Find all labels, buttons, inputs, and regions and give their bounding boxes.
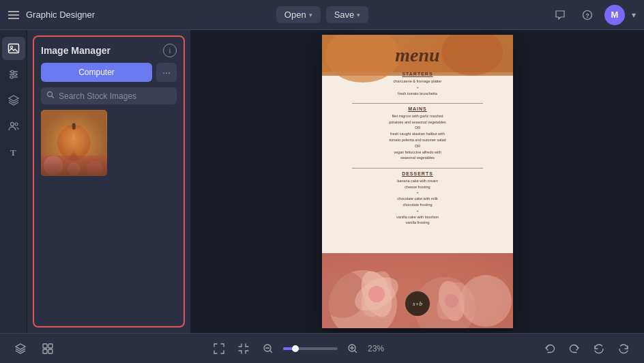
svg-point-11 xyxy=(15,123,18,126)
mains-label: MAINS xyxy=(336,106,499,111)
svg-point-10 xyxy=(10,123,14,126)
rotate-left-icon[interactable] xyxy=(589,339,609,358)
panel-header: Image Manager i xyxy=(41,44,177,57)
search-input[interactable] xyxy=(59,91,171,101)
grid-icon[interactable] xyxy=(38,339,57,358)
svg-rect-40 xyxy=(43,349,47,353)
sidebar-item-people[interactable] xyxy=(2,115,25,138)
topbar-right: ? M ▾ xyxy=(550,5,636,25)
panel-title: Image Manager xyxy=(41,45,111,56)
fit-screen-icon[interactable] xyxy=(209,339,229,358)
zoom-percent: 23% xyxy=(368,344,388,353)
layers-icon[interactable] xyxy=(11,339,30,358)
svg-rect-19 xyxy=(72,123,76,130)
bottom-center: 23% xyxy=(209,339,388,358)
canvas-wrapper: menu STARTERS charcuterie & fromage plat… xyxy=(322,35,513,328)
search-bar[interactable] xyxy=(41,87,177,104)
canvas-area: menu STARTERS charcuterie & fromage plat… xyxy=(191,30,644,333)
svg-point-17 xyxy=(57,126,74,159)
chevron-down-icon: ▾ xyxy=(357,12,360,18)
search-icon xyxy=(46,91,55,101)
svg-point-7 xyxy=(11,70,14,73)
chevron-down-icon: ▾ xyxy=(632,10,636,20)
menu-card: menu STARTERS charcuterie & fromage plat… xyxy=(322,35,513,328)
desserts-label: DESSERTS xyxy=(336,171,499,176)
chevron-down-icon: ▾ xyxy=(309,12,312,18)
save-button[interactable]: Save ▾ xyxy=(326,6,369,23)
zoom-out-icon[interactable] xyxy=(259,339,278,358)
sidebar-item-layers[interactable] xyxy=(2,89,25,112)
zoom-slider-thumb[interactable] xyxy=(292,345,299,352)
menu-logo: s+b xyxy=(405,291,430,316)
desserts-text: banana cake with cream cheese frosting +… xyxy=(336,178,499,226)
zoom-in-icon[interactable] xyxy=(343,339,362,358)
help-button[interactable]: ? xyxy=(577,5,598,25)
info-label: i xyxy=(169,46,171,55)
zoom-slider[interactable] xyxy=(283,347,338,350)
image-manager-panel: Image Manager i Computer ··· xyxy=(27,30,191,333)
more-dots: ··· xyxy=(162,67,171,78)
desserts-section: DESSERTS banana cake with cream cheese f… xyxy=(336,171,499,226)
svg-rect-41 xyxy=(48,349,53,353)
svg-point-3 xyxy=(10,46,12,48)
main-area: T Image Manager i Computer ··· xyxy=(0,30,644,333)
svg-line-44 xyxy=(270,350,272,352)
icon-sidebar: T xyxy=(0,30,27,333)
bottom-left xyxy=(11,339,57,358)
svg-text:?: ? xyxy=(585,12,589,19)
starters-text: charcuterie & fromage platter+fresh toma… xyxy=(336,78,499,96)
svg-point-20 xyxy=(44,156,63,176)
starters-section: STARTERS charcuterie & fromage platter+f… xyxy=(336,72,499,96)
svg-rect-38 xyxy=(43,344,47,348)
topbar: Graphic Designer Open ▾ Save ▾ ? M ▾ xyxy=(0,0,644,30)
image-thumbnail[interactable] xyxy=(41,110,107,176)
sidebar-item-text[interactable]: T xyxy=(2,141,25,164)
open-button[interactable]: Open ▾ xyxy=(276,6,321,23)
more-options-button[interactable]: ··· xyxy=(156,63,177,82)
svg-point-21 xyxy=(86,161,102,176)
svg-point-9 xyxy=(10,76,13,78)
undo-icon[interactable] xyxy=(540,339,559,358)
bottom-right xyxy=(540,339,633,358)
svg-text:T: T xyxy=(10,147,16,158)
app-title: Graphic Designer xyxy=(26,10,95,20)
shrink-icon[interactable] xyxy=(234,339,253,358)
bottombar: 23% xyxy=(0,333,644,363)
svg-point-8 xyxy=(14,73,16,76)
menu-content: menu STARTERS charcuterie & fromage plat… xyxy=(322,35,513,328)
redo-icon[interactable] xyxy=(565,339,584,358)
divider-1 xyxy=(352,103,483,104)
computer-button[interactable]: Computer xyxy=(41,63,152,82)
panel-inner: Image Manager i Computer ··· xyxy=(33,35,185,328)
topbar-center: Open ▾ Save ▾ xyxy=(276,6,368,23)
sidebar-item-sliders[interactable] xyxy=(2,63,25,86)
svg-line-14 xyxy=(52,96,54,98)
svg-rect-39 xyxy=(48,344,53,348)
rotate-right-icon[interactable] xyxy=(614,339,633,358)
starters-label: STARTERS xyxy=(336,72,499,76)
mains-section: MAINS filet mignon with garlic mashed po… xyxy=(336,106,499,161)
info-icon[interactable]: i xyxy=(163,44,177,57)
menu-title: menu xyxy=(395,44,439,66)
mains-text: filet mignon with garlic mashed potatoes… xyxy=(336,113,499,161)
image-grid xyxy=(41,110,177,319)
svg-point-22 xyxy=(68,162,80,175)
menu-icon[interactable] xyxy=(8,11,19,19)
chat-button[interactable] xyxy=(550,5,570,25)
divider-2 xyxy=(352,168,483,169)
topbar-left: Graphic Designer xyxy=(8,10,95,20)
svg-line-48 xyxy=(355,350,357,352)
svg-point-18 xyxy=(74,126,90,159)
avatar[interactable]: M xyxy=(604,5,625,25)
upload-row: Computer ··· xyxy=(41,63,177,82)
sidebar-item-image[interactable] xyxy=(2,37,25,60)
